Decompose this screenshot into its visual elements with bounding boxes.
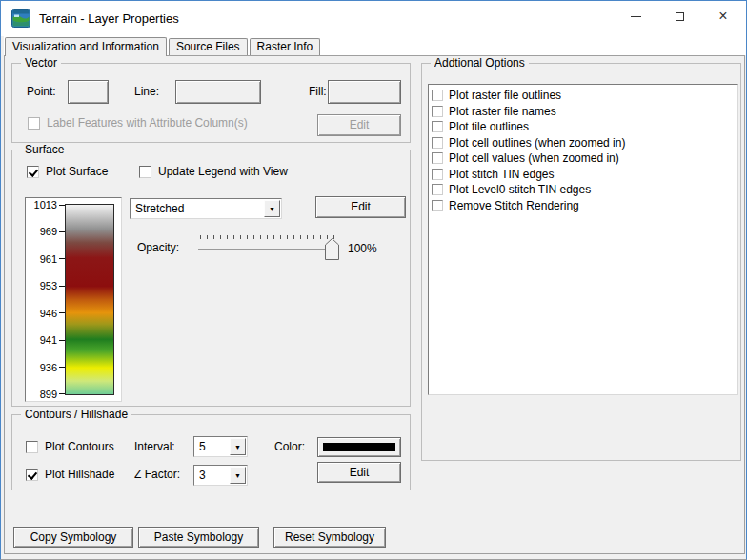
plot-contours-label: Plot Contours <box>45 441 114 453</box>
option-checkbox[interactable] <box>432 90 443 101</box>
additional-options-group: Addtional Options Plot raster file outli… <box>421 63 741 461</box>
option-label: Plot stitch TIN edges <box>449 168 555 181</box>
contours-hillshade-group: Contours / Hillshade Plot Contours Inter… <box>11 414 411 490</box>
color-label: Color: <box>274 440 305 453</box>
plot-surface-label: Plot Surface <box>46 166 108 178</box>
additional-options-title: Addtional Options <box>431 56 529 70</box>
legend-tick-label: 941 <box>40 334 57 346</box>
interval-label: Interval: <box>134 440 175 453</box>
line-label: Line: <box>134 80 159 104</box>
plot-surface-checkbox[interactable] <box>27 166 39 178</box>
reset-symbology-button[interactable]: Reset Symbology <box>273 527 386 548</box>
maximize-button[interactable] <box>657 2 701 30</box>
z-factor-value: 3 <box>199 466 206 485</box>
tab-source-files[interactable]: Source Files <box>169 38 248 55</box>
window-controls: × <box>614 2 745 30</box>
label-features-label: Label Features with Attribute Column(s) <box>47 117 248 130</box>
option-row[interactable]: Plot raster file outlines <box>432 88 737 104</box>
hillshade-edit-button[interactable]: Edit <box>317 462 401 483</box>
z-factor-dropdown[interactable]: 3 ▼ <box>193 465 248 486</box>
legend-tick-label: 899 <box>40 389 57 400</box>
plot-contours-checkbox[interactable] <box>26 441 38 453</box>
dropdown-arrow-icon[interactable]: ▼ <box>264 200 280 217</box>
minimize-button[interactable] <box>614 2 657 30</box>
copy-symbology-button[interactable]: Copy Symbology <box>13 527 133 548</box>
option-checkbox[interactable] <box>432 152 443 164</box>
contours-group-title: Contours / Hillshade <box>21 408 131 421</box>
fill-label: Fill: <box>309 80 327 104</box>
contour-color-button[interactable] <box>317 437 401 457</box>
vector-edit-button[interactable]: Edit <box>317 114 401 136</box>
option-label: Plot raster file names <box>449 105 556 118</box>
option-row[interactable]: Remove Stitch Rendering <box>432 198 737 214</box>
window-title: Terrain - Layer Properties <box>39 1 179 36</box>
opacity-value: 100% <box>348 242 377 255</box>
interval-value: 5 <box>199 437 206 456</box>
option-label: Plot raster file outlines <box>449 89 561 102</box>
option-row[interactable]: Plot tile outlines <box>432 119 737 135</box>
option-row[interactable]: Plot stitch TIN edges <box>432 167 737 183</box>
z-factor-label: Z Factor: <box>134 468 180 481</box>
plot-hillshade-checkbox[interactable] <box>26 469 38 481</box>
opacity-slider-thumb[interactable] <box>325 238 339 263</box>
option-label: Plot cell values (when zoomed in) <box>449 151 619 165</box>
update-legend-checkbox[interactable] <box>139 166 151 178</box>
tab-raster-info[interactable]: Raster Info <box>250 38 321 55</box>
visualization-tab-page: Vector Point: Line: Fill: Label Features… <box>4 55 745 554</box>
close-icon: × <box>718 9 727 24</box>
legend-tick-row: 941 <box>27 334 65 346</box>
maximize-icon <box>676 12 684 21</box>
legend-tick-row: 936 <box>27 362 65 373</box>
option-label: Plot tile outlines <box>449 120 529 133</box>
tabstrip: Visualization and Information Source Fil… <box>4 36 746 55</box>
fill-style-button[interactable] <box>328 80 401 104</box>
opacity-slider-track[interactable] <box>198 249 339 250</box>
line-style-button[interactable] <box>175 80 261 104</box>
option-checkbox[interactable] <box>432 121 443 132</box>
option-row[interactable]: Plot cell outlines (when zoomed in) <box>432 135 737 151</box>
interval-dropdown[interactable]: 5 ▼ <box>193 436 248 457</box>
option-checkbox[interactable] <box>432 137 443 149</box>
paste-symbology-button[interactable]: Paste Symbology <box>138 527 259 548</box>
label-features-checkbox[interactable] <box>28 117 40 130</box>
legend-tick-row: 961 <box>27 253 65 265</box>
update-legend-label: Update Legend with View <box>158 166 288 178</box>
option-row[interactable]: Plot cell values (when zoomed in) <box>432 150 737 167</box>
option-label: Plot Level0 stitch TIN edges <box>449 183 591 196</box>
dropdown-arrow-icon[interactable]: ▼ <box>230 467 246 484</box>
layer-properties-dialog: Terrain - Layer Properties × Visualizati… <box>0 0 747 560</box>
terrain-layer-icon <box>11 9 30 28</box>
tab-visualization-and-information[interactable]: Visualization and Information <box>5 37 167 56</box>
color-ramp-legend: 1013 969 961 <box>25 197 122 402</box>
close-button[interactable]: × <box>701 2 745 30</box>
legend-tick-row: 969 <box>27 226 65 237</box>
dropdown-arrow-icon[interactable]: ▼ <box>230 438 246 455</box>
legend-tick-label: 946 <box>40 308 57 319</box>
point-style-button[interactable] <box>68 80 109 104</box>
legend-tick-labels: 1013 969 961 <box>27 199 65 400</box>
contour-color-swatch <box>323 443 395 451</box>
surface-group: Surface Plot Surface Update Legend with … <box>11 150 411 407</box>
titlebar: Terrain - Layer Properties × <box>1 1 746 36</box>
option-checkbox[interactable] <box>432 184 443 195</box>
option-label: Remove Stitch Rendering <box>449 199 579 212</box>
plot-hillshade-label: Plot Hillshade <box>45 469 114 481</box>
vector-group-title: Vector <box>21 56 61 70</box>
option-checkbox[interactable] <box>432 106 443 117</box>
option-checkbox[interactable] <box>432 169 443 180</box>
option-row[interactable]: Plot Level0 stitch TIN edges <box>432 182 737 198</box>
legend-tick-label: 936 <box>40 362 57 373</box>
minimize-icon <box>631 16 641 17</box>
option-checkbox[interactable] <box>432 200 443 211</box>
surface-group-title: Surface <box>21 143 68 156</box>
point-label: Point: <box>27 80 56 104</box>
opacity-label: Opacity: <box>137 241 179 254</box>
legend-tick-label: 1013 <box>34 199 57 210</box>
option-row[interactable]: Plot raster file names <box>432 104 737 120</box>
legend-tick-row: 1013 <box>27 199 65 210</box>
opacity-slider-ticks <box>200 235 337 239</box>
surface-edit-button[interactable]: Edit <box>315 196 406 218</box>
legend-tick-label: 969 <box>40 226 57 237</box>
legend-tick-row: 899 <box>27 389 65 400</box>
stretch-mode-dropdown[interactable]: Stretched ▼ <box>130 198 282 219</box>
